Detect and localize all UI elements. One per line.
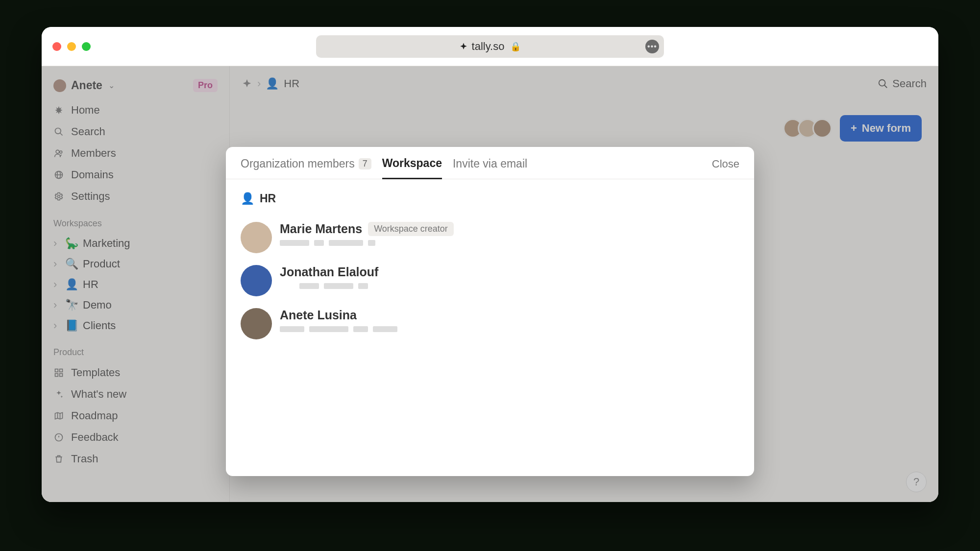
tab-workspace[interactable]: Workspace [382, 157, 442, 179]
member-name: Anete Lusina [280, 308, 357, 322]
member-name-row: Anete Lusina [280, 308, 397, 322]
tab-label: Organization members [241, 157, 355, 170]
lock-icon: 🔒 [510, 41, 521, 52]
tab-invite-email[interactable]: Invite via email [453, 157, 527, 178]
workspace-title: 👤 HR [241, 192, 739, 205]
close-window-icon[interactable] [52, 42, 61, 51]
traffic-lights [52, 42, 91, 51]
workspace-name: HR [260, 192, 276, 205]
tally-logo-icon [459, 42, 468, 51]
member-name-row: Jonathan Elalouf [280, 265, 378, 279]
member-row: Jonathan Elalouf [241, 259, 739, 302]
tab-label: Invite via email [453, 157, 527, 170]
modal-tabs: Organization members 7 Workspace Invite … [226, 147, 754, 179]
members-modal: Organization members 7 Workspace Invite … [226, 147, 754, 476]
minimize-window-icon[interactable] [67, 42, 76, 51]
member-row: Anete Lusina [241, 302, 739, 345]
fullscreen-window-icon[interactable] [82, 42, 91, 51]
creator-badge: Workspace creator [368, 222, 454, 236]
address-bar[interactable]: tally.so 🔒 ••• [316, 35, 664, 58]
avatar [241, 265, 272, 296]
redacted-email [280, 283, 378, 289]
tab-label: Workspace [382, 157, 442, 170]
app-shell: Anete ⌄ Pro Home Search Member [42, 66, 938, 502]
member-name: Marie Martens [280, 222, 362, 236]
browser-window: tally.so 🔒 ••• Anete ⌄ Pro Home [42, 27, 938, 502]
tab-count: 7 [359, 158, 371, 169]
url-text: tally.so [472, 40, 505, 53]
tab-organization-members[interactable]: Organization members 7 [241, 157, 371, 178]
member-name-row: Marie Martens Workspace creator [280, 222, 454, 236]
site-menu-icon[interactable]: ••• [645, 40, 659, 53]
member-row: Marie Martens Workspace creator [241, 216, 739, 259]
redacted-email [280, 326, 397, 332]
modal-body: 👤 HR Marie Martens Workspace creator [226, 179, 754, 358]
close-button[interactable]: Close [712, 158, 739, 178]
avatar [241, 308, 272, 339]
avatar [241, 222, 272, 253]
redacted-email [280, 240, 454, 246]
workspace-emoji: 👤 [241, 192, 255, 205]
browser-chrome: tally.so 🔒 ••• [42, 27, 938, 66]
member-name: Jonathan Elalouf [280, 265, 378, 279]
